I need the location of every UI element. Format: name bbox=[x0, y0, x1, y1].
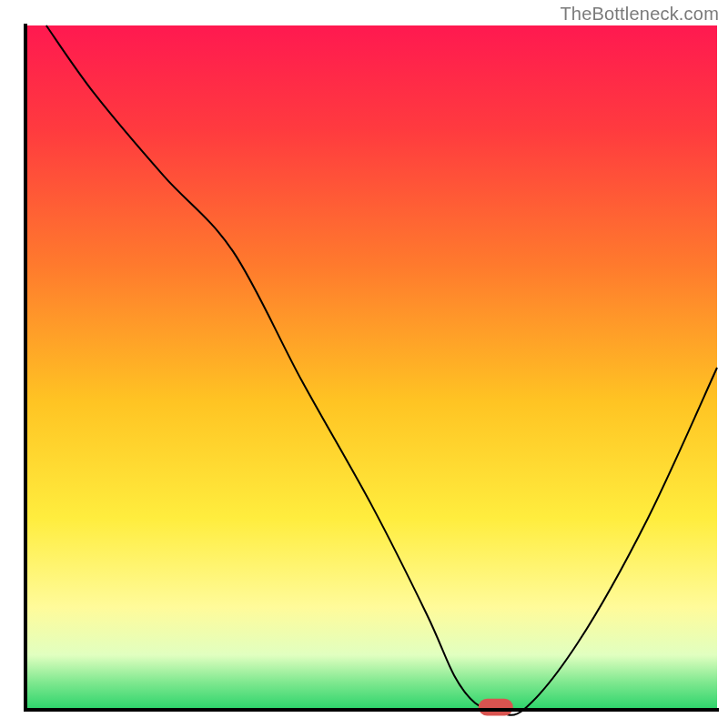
gradient-background bbox=[25, 25, 717, 710]
optimal-point-marker bbox=[479, 699, 513, 716]
chart-container: TheBottleneck.com bbox=[0, 0, 728, 728]
bottleneck-chart bbox=[0, 0, 728, 728]
watermark-label: TheBottleneck.com bbox=[560, 4, 719, 25]
